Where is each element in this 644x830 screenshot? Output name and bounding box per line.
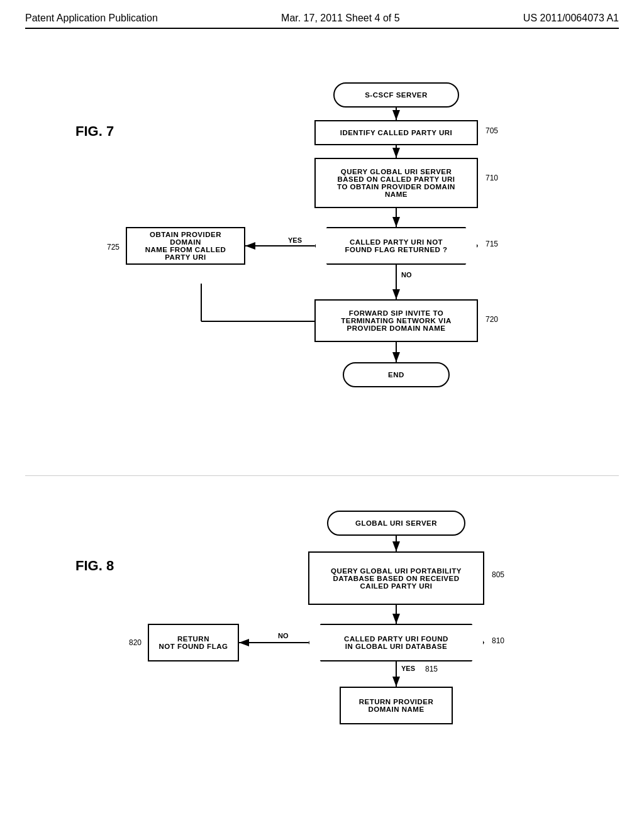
identify-node: IDENTIFY CALLED PARTY URI <box>314 120 478 145</box>
query-node: QUERY GLOBAL URI SERVER BASED ON CALLED … <box>314 158 478 208</box>
fig8-label: FIG. 8 <box>75 558 114 574</box>
returnnotfound-node: RETURN NOT FOUND FLAG <box>148 624 239 661</box>
fig7-yes-label: YES <box>288 236 302 244</box>
forward-node: FORWARD SIP INVITE TO TERMINATING NETWOR… <box>314 299 478 342</box>
step810-label: 810 <box>492 636 504 645</box>
fig7-diagram: FIG. 7 S-CSC <box>25 48 619 438</box>
fig8-yes-label: YES <box>401 665 415 672</box>
step715-label: 715 <box>486 240 498 248</box>
step820-label: 820 <box>129 638 142 647</box>
step725-label: 725 <box>107 243 119 252</box>
fig8-diagram: FIG. 8 GLOBAL URI SERVER QUERY GLOBAL UR… <box>25 495 619 746</box>
scscf-node: S-CSCF SERVER <box>333 82 459 108</box>
step815-label: 815 <box>425 665 438 673</box>
header-right: US 2011/0064073 A1 <box>523 13 619 24</box>
header-center: Mar. 17, 2011 Sheet 4 of 5 <box>281 13 400 24</box>
globalserver-node: GLOBAL URI SERVER <box>327 511 465 536</box>
step805-label: 805 <box>492 570 504 579</box>
page-header: Patent Application Publication Mar. 17, … <box>25 13 619 29</box>
header-left: Patent Application Publication <box>25 13 158 24</box>
end-node: END <box>343 362 450 387</box>
fig7-label: FIG. 7 <box>75 123 114 140</box>
notfound-node: CALLED PARTY URI NOT FOUND FLAG RETURNED… <box>314 227 478 265</box>
step720-label: 720 <box>486 315 498 324</box>
fig8-no-label: NO <box>278 632 289 639</box>
obtain-node: OBTAIN PROVIDER DOMAIN NAME FROM CALLED … <box>126 227 245 265</box>
returnprovider-node: RETURN PROVIDER DOMAIN NAME <box>340 687 453 724</box>
fig7-no-label: NO <box>401 271 412 279</box>
step710-label: 710 <box>486 174 498 182</box>
querydb-node: QUERY GLOBAL URI PORTABILITY DATABASE BA… <box>308 551 484 605</box>
page: Patent Application Publication Mar. 17, … <box>0 0 644 830</box>
urifound-node: CALLED PARTY URI FOUND IN GLOBAL URI DAT… <box>308 624 484 661</box>
step705-label: 705 <box>486 126 498 135</box>
